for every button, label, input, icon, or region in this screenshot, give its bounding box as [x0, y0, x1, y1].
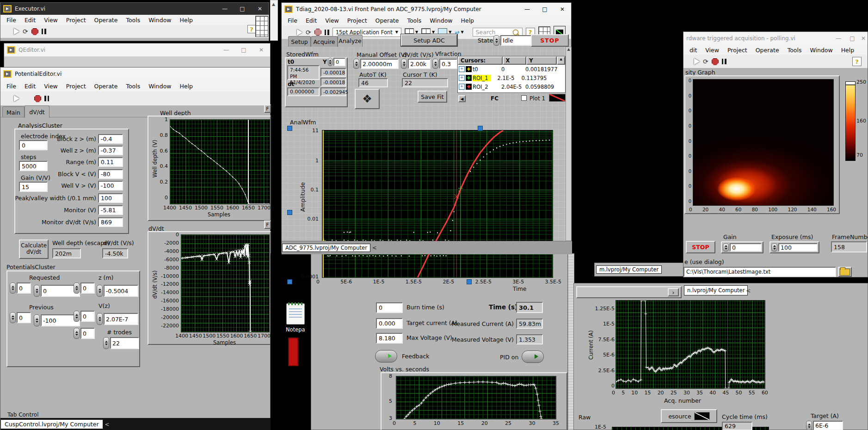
increment-decrement[interactable] [432, 59, 438, 69]
wellz-field[interactable]: -0.37 [98, 146, 123, 155]
project-tab[interactable]: m.lvproj/My Computer [596, 265, 662, 274]
increment-decrement[interactable] [10, 283, 16, 294]
dvdt-control[interactable]: 2.00k [401, 59, 431, 69]
titlebar-qeditor[interactable]: QEditor.vi — □ ✕ [4, 43, 270, 56]
scroll-up-icon[interactable]: ▲ [272, 2, 275, 6]
acq-hscrollbar[interactable]: › [576, 286, 682, 298]
notepad-icon[interactable] [286, 303, 305, 325]
selection-handle[interactable] [467, 279, 472, 284]
pause-icon[interactable] [42, 29, 46, 34]
vi-icon-grid[interactable] [255, 16, 268, 37]
steps-field[interactable]: 5000 [19, 161, 48, 171]
y-index[interactable]: 0 [328, 58, 345, 66]
abort-icon[interactable] [34, 95, 41, 102]
cursors-header-x[interactable]: X [503, 56, 526, 65]
z-value[interactable]: -0.5004 [97, 285, 138, 297]
menubar-tdiag[interactable]: FileEditViewProjectOperateToolsWindowHel… [282, 15, 571, 26]
current-plot[interactable] [616, 300, 765, 389]
minimize-icon[interactable]: — [831, 32, 845, 45]
red-app-icon[interactable] [288, 338, 298, 366]
scroll-right-button[interactable]: › [668, 288, 679, 296]
exposure-control[interactable]: 100 [770, 241, 819, 253]
requested-value[interactable]: 0 [34, 285, 80, 297]
menubar-polling[interactable]: ditViewProjectOperateToolsWindowHelp [683, 45, 868, 55]
increment-decrement[interactable] [74, 283, 80, 294]
minimize-icon[interactable]: — [518, 3, 536, 15]
increment-decrement[interactable] [103, 337, 109, 349]
requested-index[interactable]: 0 [10, 283, 31, 294]
status-scroll-left[interactable]: < [372, 245, 377, 251]
cursor-row-t0[interactable]: + ✚ t0 0 0.00181977 [458, 65, 565, 74]
range-field[interactable]: 0.11 [98, 157, 123, 167]
increment-decrement[interactable] [328, 58, 332, 66]
cursors-header-y[interactable]: Y [526, 56, 557, 65]
plot-legend-swatch[interactable] [549, 94, 566, 102]
cursors-scrollbar[interactable]: ▲ [557, 56, 565, 65]
electrode-index-field[interactable]: 0 [19, 140, 48, 150]
run-continuous-icon[interactable]: ⟳ [306, 29, 311, 36]
increment-decrement[interactable] [806, 421, 812, 430]
increment-decrement[interactable] [771, 243, 777, 252]
dvdt-legend-cut[interactable]: F [264, 221, 271, 229]
project-tab[interactable]: ADC_9775.lvproj/My Computer [282, 244, 370, 252]
increment-decrement[interactable] [97, 285, 103, 297]
tab-main[interactable]: Main [2, 106, 25, 118]
increment-decrement[interactable] [10, 312, 16, 323]
close-icon[interactable]: ✕ [859, 32, 868, 45]
state-control[interactable]: Idle [493, 35, 534, 46]
setup-adc-button[interactable]: Setup ADC [401, 34, 457, 46]
minimize-icon[interactable]: — [217, 43, 235, 56]
intensity-plot[interactable] [693, 79, 834, 206]
save-fit-button[interactable]: Save Fit [418, 91, 447, 103]
run-icon[interactable] [694, 58, 700, 65]
gain-field[interactable]: 15 [19, 182, 48, 192]
tab-acquire[interactable]: Acquire [311, 36, 338, 47]
tab-analyze[interactable]: Analyze [338, 35, 363, 47]
close-icon[interactable]: ✕ [554, 3, 571, 15]
selection-handle[interactable] [287, 279, 292, 284]
stop-button[interactable]: STOP [686, 241, 715, 253]
cursor-scroll-left[interactable]: ◀ [458, 95, 466, 102]
monitor-dvdt-field[interactable]: 869 [98, 217, 123, 227]
vfraction-control[interactable]: 0.3 [432, 59, 457, 69]
expand-icon[interactable]: + [459, 75, 465, 81]
stop-button[interactable]: STOP [531, 34, 569, 47]
run-continuous-icon[interactable]: ⟳ [703, 58, 708, 65]
wellv-field[interactable]: -100 [98, 181, 123, 190]
increment-decrement[interactable] [401, 59, 407, 69]
peakwidth-field[interactable]: 100 [98, 193, 123, 203]
tab-setup[interactable]: Setup [288, 36, 311, 47]
blockv-field[interactable]: -80 [98, 169, 123, 179]
target-a-control[interactable]: 6E-6 [806, 421, 843, 430]
abort-icon[interactable] [712, 58, 719, 65]
close-icon[interactable]: ✕ [252, 43, 270, 56]
plot-legend-checkbox[interactable] [521, 95, 527, 101]
maximize-icon[interactable]: □ [845, 32, 859, 45]
increment-decrement[interactable] [34, 285, 40, 297]
retrieve-button[interactable]: ❖ [355, 89, 380, 109]
dvdt-plot[interactable] [181, 234, 270, 332]
vz-value[interactable]: 2.07E-7 [97, 313, 138, 325]
minimize-icon[interactable]: — [216, 3, 234, 15]
abort-icon[interactable] [314, 29, 321, 36]
previous-index[interactable]: 0 [10, 312, 31, 323]
cursors-header[interactable]: Cursors: [458, 56, 503, 65]
cursor-row-roi1[interactable]: + ✚ ROI_1 2.1E-5 0.113795 [458, 74, 565, 82]
run-icon[interactable] [297, 29, 302, 36]
volts-plot[interactable] [396, 376, 556, 419]
expand-icon[interactable]: + [459, 66, 465, 72]
well-depth-plot[interactable] [170, 119, 270, 204]
menubar-potential-editor[interactable]: FileEditViewProjectOperateToolsWindowHel… [0, 80, 270, 92]
increment-decrement[interactable] [97, 313, 103, 325]
maximize-icon[interactable]: □ [234, 3, 251, 15]
tab-dvdt[interactable]: dV/dt [25, 105, 49, 118]
increment-decrement[interactable] [74, 328, 80, 339]
feedback-toggle[interactable] [375, 350, 397, 362]
pid-toggle[interactable] [522, 350, 544, 363]
context-help-icon[interactable]: ? [247, 25, 256, 33]
previous-value[interactable]: -100 [34, 314, 80, 326]
pause-icon[interactable] [44, 96, 49, 101]
maximize-icon[interactable]: □ [235, 43, 252, 56]
tdiag-vscrollbar[interactable]: ▲ [566, 47, 572, 241]
project-tab[interactable]: CuspControl.lvproj/My Computer [0, 419, 103, 429]
